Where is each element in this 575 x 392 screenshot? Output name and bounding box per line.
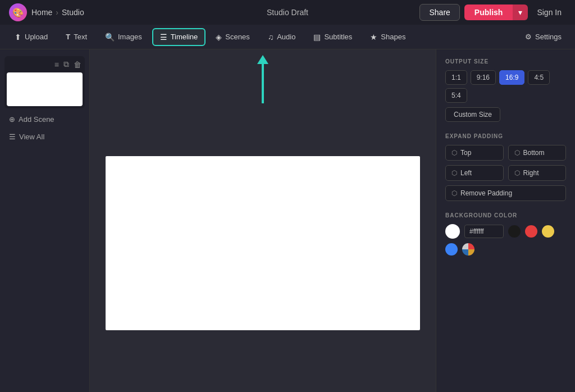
swatch-yellow[interactable] [542,225,554,238]
tool-upload-label: Upload [25,33,48,41]
scenes-icon: ◈ [216,33,222,42]
right-panel: OUTPUT SIZE 1:1 9:16 16:9 4:5 5:4 Custom… [436,49,575,392]
top-bar: 🎨 Home › Studio Studio Draft Share Publi… [0,0,575,25]
custom-size-button[interactable]: Custom Size [445,107,500,122]
bg-color-selected-swatch[interactable] [445,224,460,239]
tool-audio-label: Audio [277,33,295,41]
arrow-shaft [262,64,264,103]
padding-bottom-icon: ⬡ [514,149,520,157]
padding-right-label: Right [523,169,539,177]
tool-shapes-label: Shapes [381,33,405,41]
canvas-area [90,49,436,392]
share-button[interactable]: Share [419,4,459,21]
swatch-blue[interactable] [445,243,458,256]
images-icon: 🔍 [105,33,115,42]
padding-top-button[interactable]: ⬡ Top [445,145,504,161]
arrow-head [257,55,268,64]
padding-left-label: Left [460,169,472,177]
bg-color-row: #ffffff [445,224,566,256]
padding-options: ⬡ Top ⬡ Bottom ⬡ Left ⬡ Right ⬡ Remove [445,145,566,201]
tool-upload[interactable]: ⬆ Upload [7,28,56,46]
tool-images[interactable]: 🔍 Images [97,28,150,46]
padding-bottom-label: Bottom [523,149,545,157]
size-4-5[interactable]: 4:5 [528,70,550,85]
signin-button[interactable]: Sign In [532,4,566,20]
breadcrumb-separator: › [56,8,58,17]
tool-timeline[interactable]: ☰ Timeline [152,28,206,46]
top-bar-left: 🎨 Home › Studio [9,3,84,21]
bg-color-hex[interactable]: #ffffff [464,225,504,238]
size-1-1[interactable]: 1:1 [445,70,467,85]
tool-audio[interactable]: ♫ Audio [260,28,304,46]
expand-padding-section: EXPAND PADDING ⬡ Top ⬡ Bottom ⬡ Left ⬡ R… [445,133,566,201]
tool-timeline-label: Timeline [171,33,198,41]
breadcrumb-studio: Studio [62,8,84,17]
view-all-label: View All [19,133,44,141]
scene-align-button[interactable]: ≡ [53,58,60,70]
tool-bar: ⬆ Upload T Text 🔍 Images ☰ Timeline ◈ Sc… [0,25,575,49]
tool-images-label: Images [118,33,142,41]
background-color-title: BACKGROUND COLOR [445,212,566,218]
breadcrumb-home[interactable]: Home [31,8,52,17]
size-16-9[interactable]: 16:9 [499,70,524,85]
padding-right-icon: ⬡ [514,169,520,177]
scene-thumbnail: ≡ ⧉ 🗑 [4,56,85,108]
sidebar: ≡ ⧉ 🗑 ⊕ Add Scene ☰ View All [0,49,90,392]
shapes-icon: ★ [370,33,377,42]
main-area: ≡ ⧉ 🗑 ⊕ Add Scene ☰ View All OUTPUT SIZE [0,49,575,392]
padding-left-button[interactable]: ⬡ Left [445,165,504,181]
padding-bottom-button[interactable]: ⬡ Bottom [508,145,567,161]
remove-padding-label: Remove Padding [460,189,512,197]
publish-dropdown-button[interactable]: ▾ [513,4,528,20]
tool-shapes[interactable]: ★ Shapes [362,28,413,46]
padding-right-button[interactable]: ⬡ Right [508,165,567,181]
tool-scenes[interactable]: ◈ Scenes [208,28,257,46]
timeline-icon: ☰ [160,33,167,42]
upload-icon: ⬆ [15,33,21,42]
add-scene-icon: ⊕ [9,115,15,124]
scene-delete-button[interactable]: 🗑 [72,58,83,70]
scene-thumb-image[interactable] [7,72,83,106]
padding-top-label: Top [460,149,471,157]
view-all-button[interactable]: ☰ View All [4,130,85,143]
publish-button[interactable]: Publish [464,4,513,20]
size-options: 1:1 9:16 16:9 4:5 5:4 [445,70,566,103]
settings-label: Settings [535,33,562,41]
top-bar-right: Share Publish ▾ Sign In [419,4,566,21]
swatch-red[interactable] [525,225,537,238]
swatch-multicolor[interactable] [462,243,474,256]
remove-padding-button[interactable]: ⬡ Remove Padding [445,185,566,201]
tool-scenes-label: Scenes [225,33,249,41]
scene-thumb-controls: ≡ ⧉ 🗑 [7,58,83,70]
padding-top-icon: ⬡ [451,149,457,157]
padding-left-icon: ⬡ [451,169,457,177]
add-scene-button[interactable]: ⊕ Add Scene [4,113,85,126]
remove-padding-icon: ⬡ [451,189,457,197]
swatch-black[interactable] [508,225,521,238]
audio-icon: ♫ [268,33,274,42]
expand-padding-title: EXPAND PADDING [445,133,566,139]
app-logo: 🎨 [9,3,27,21]
settings-icon: ⚙ [525,33,532,41]
settings-button[interactable]: ⚙ Settings [518,29,568,44]
scene-copy-button[interactable]: ⧉ [62,58,70,70]
draft-title: Studio Draft [267,8,308,17]
output-size-section: OUTPUT SIZE 1:1 9:16 16:9 4:5 5:4 Custom… [445,58,566,122]
canvas-content[interactable] [106,156,420,330]
view-all-icon: ☰ [9,133,16,141]
tool-text[interactable]: T Text [58,28,95,45]
tool-subtitles[interactable]: ▤ Subtitles [305,28,360,46]
canvas-arrow [262,55,264,103]
tool-subtitles-label: Subtitles [324,33,352,41]
output-size-title: OUTPUT SIZE [445,58,566,65]
breadcrumb: Home › Studio [31,8,84,17]
size-9-16[interactable]: 9:16 [471,70,496,85]
publish-group: Publish ▾ [464,4,528,20]
subtitles-icon: ▤ [313,33,321,42]
text-icon: T [66,33,70,41]
tool-text-label: Text [74,33,87,41]
add-scene-label: Add Scene [19,115,54,124]
background-color-section: BACKGROUND COLOR #ffffff [445,212,566,256]
size-5-4[interactable]: 5:4 [445,88,467,103]
